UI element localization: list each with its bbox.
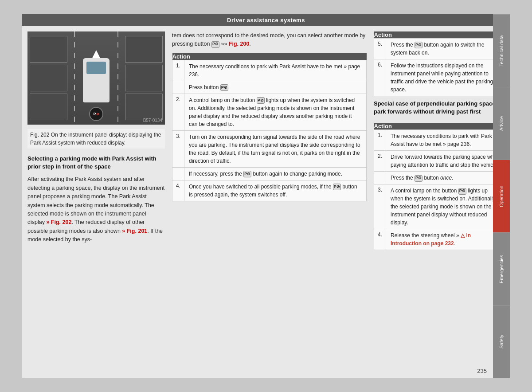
image-caption: Fig. 202 On the instrument panel display… [27, 129, 165, 149]
middle-num-empty-1 [172, 81, 184, 94]
left-body-text: After activating the Park Assist system … [27, 175, 165, 244]
pa-button-3: P⊘ [257, 97, 265, 104]
section-title: Selecting a parking mode with Park Assis… [27, 155, 165, 171]
pa-button-2: P⊘ [220, 84, 228, 91]
middle-table-header-row: Action [172, 53, 367, 60]
middle-row-6: 4. Once you have switched to all possibl… [172, 180, 367, 201]
fig202-link: » Fig. 202 [46, 219, 71, 225]
tab-advice[interactable]: Advice [493, 87, 510, 160]
middle-text-1: The necessary conditions to park with Pa… [184, 60, 367, 81]
special-case-title: Special case of perpendicular parking sp… [374, 100, 505, 116]
middle-action-table: Action 1. The necessary conditions to pa… [172, 53, 367, 201]
special-num-empty-1 [374, 172, 386, 184]
right-row-5: 5. Press the P⊘ button again to switch t… [374, 39, 505, 59]
tab-emergencies[interactable]: Emergencies [493, 232, 510, 305]
special-text-4: A control lamp on the button P⊘ lights u… [386, 184, 505, 229]
special-row-3: Press the P⊘ button once. [374, 172, 505, 184]
tab-safety[interactable]: Safety [493, 305, 510, 378]
pa-button-6: P⊘ [333, 184, 341, 190]
right-num-6: 6. [374, 59, 386, 96]
tab-operation[interactable]: Operation [493, 160, 510, 232]
middle-num-1: 1. [172, 60, 184, 81]
special-num-3: 3. [374, 184, 386, 229]
middle-intro: tem does not correspond to the desired m… [172, 31, 367, 49]
fig201-link: » Fig. 201 [122, 228, 147, 234]
middle-table-header: Action [172, 53, 367, 60]
special-text-3: Press the P⊘ button once. [386, 172, 505, 184]
special-text-2: Drive forward towards the parking space … [386, 151, 505, 172]
right-top-table: Action 5. Press the P⊘ button again to s… [374, 31, 505, 96]
special-num-2: 2. [374, 151, 386, 172]
pa-button-inline: P⊘ [211, 41, 219, 48]
special-row-4: 3. A control lamp on the button P⊘ light… [374, 184, 505, 229]
special-row-1: 1. The necessary conditions to park with… [374, 130, 505, 151]
middle-num-3: 2. [172, 94, 184, 130]
middle-text-2: Press button P⊘. [184, 81, 367, 94]
middle-num-4: 3. [172, 130, 184, 167]
special-num-1: 1. [374, 130, 386, 151]
middle-num-6: 4. [172, 180, 184, 201]
fig200-link: Fig. 200 [229, 41, 250, 47]
middle-row-4: 3. Turn on the corresponding turn signal… [172, 130, 367, 167]
image-ref: B57-0134 [143, 118, 162, 123]
road-visual: P⊘ B57-0134 [27, 31, 165, 125]
pa-button-s4: P⊘ [458, 188, 466, 195]
car-image: P⊘ B57-0134 [27, 31, 165, 125]
middle-row-3: 2. A control lamp on the button P⊘ light… [172, 94, 367, 130]
right-text-6: Follow the instructions displayed on the… [386, 59, 505, 96]
page-number: 235 [477, 368, 487, 374]
special-table-header-row: Action [374, 123, 505, 130]
page-header: Driver assistance systems [22, 14, 510, 26]
right-row-6: 6. Follow the instructions displayed on … [374, 59, 505, 96]
pa-button-s3: P⊘ [415, 175, 422, 182]
special-row-5: 4. Release the steering wheel » △ in Int… [374, 229, 505, 250]
middle-row-1: 1. The necessary conditions to park with… [172, 60, 367, 81]
special-text-1: The necessary conditions to park with Pa… [386, 130, 505, 151]
right-num-5: 5. [374, 39, 386, 59]
middle-row-5: If necessary, press the P⊘ button again … [172, 167, 367, 180]
special-table-header: Action [374, 123, 505, 130]
left-column: P⊘ B57-0134 Fig. 202 On the instrument p… [27, 31, 165, 372]
special-row-2: 2. Drive forward towards the parking spa… [374, 151, 505, 172]
header-title: Driver assistance systems [227, 17, 305, 24]
right-top-header: Action [374, 31, 505, 39]
content-area: P⊘ B57-0134 Fig. 202 On the instrument p… [22, 26, 510, 378]
right-top-header-row: Action [374, 31, 505, 39]
middle-num-empty-2 [172, 167, 184, 180]
middle-column: tem does not correspond to the desired m… [172, 31, 367, 372]
middle-text-6: Once you have switched to all possible p… [184, 180, 367, 201]
warning-link: △ in Introduction on page 232 [391, 232, 471, 247]
middle-text-5: If necessary, press the P⊘ button again … [184, 167, 367, 180]
special-text-5: Release the steering wheel » △ in Introd… [386, 229, 505, 250]
pa-button-r5: P⊘ [415, 42, 422, 48]
special-num-4: 4. [374, 229, 386, 250]
middle-row-2: Press button P⊘. [172, 81, 367, 94]
middle-text-3: A control lamp on the button P⊘ lights u… [184, 94, 367, 130]
pa-button-5: P⊘ [243, 171, 251, 177]
right-column: Action 5. Press the P⊘ button again to s… [374, 31, 505, 372]
right-text-5: Press the P⊘ button again to switch the … [386, 39, 505, 59]
page-container: Driver assistance systems [22, 14, 510, 378]
special-case-table: Action 1. The necessary conditions to pa… [374, 123, 505, 250]
tab-sidebar: Technical data Advice Operation Emergenc… [493, 14, 510, 378]
middle-text-4: Turn on the corresponding turn signal to… [184, 130, 367, 167]
image-caption-text: Fig. 202 On the instrument panel display… [30, 132, 161, 146]
tab-technical-data[interactable]: Technical data [493, 14, 510, 87]
